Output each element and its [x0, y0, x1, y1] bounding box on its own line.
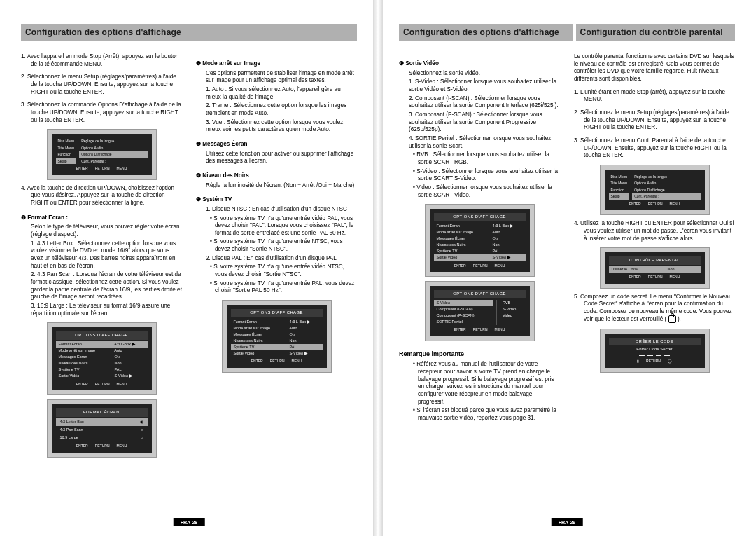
note-2: • Si l'écran est bloqué parce que vous a…	[413, 407, 560, 422]
scart-rvb: • RVB : Sélectionner lorsque vous souhai…	[413, 151, 560, 166]
systv-title: ❺ Systém TV	[196, 196, 357, 204]
page-right: Configuration des options d'affichage Co…	[378, 0, 756, 536]
step-4: 4. Avec la touche de direction UP/DOWN, …	[21, 185, 182, 207]
output-2: 2. Composant (I-SCAN) : Sélectionner lor…	[409, 95, 560, 110]
osd-options-3: OPTIONS D'AFFICHAGE Format Écran: 4:3 L-…	[426, 205, 534, 276]
format-item-2: 2. 4:3 Pan Scan : Lorsque l'écran de vot…	[31, 271, 182, 301]
osd-setup-menu: Disc Menu Title Menu Function Setup Régl…	[48, 130, 156, 179]
osd-row: Messages Écran: Oui	[434, 235, 526, 242]
osd-row: RVB	[500, 300, 526, 306]
osd-options-1: OPTIONS D'AFFICHAGE Format Écran: 4:3 L-…	[48, 323, 156, 394]
systv-1a: • Si votre système TV n'a qu'une entrée …	[210, 215, 357, 238]
osd-menu: MENU	[117, 166, 127, 171]
osd-scart: OPTIONS D'AFFICHAGE S-VideoComposant (I-…	[426, 282, 534, 341]
osd-row: Niveau des Noirs: Non	[56, 360, 148, 366]
osd-radio-row: 4:3 Pan Scan○	[56, 426, 148, 434]
systv-1: 1. Disque NTSC : En cas d'utilisation d'…	[206, 206, 357, 214]
parental-step-5: 5. Composez un code secret. Le menu "Con…	[574, 294, 735, 324]
parental-step-4: 4. Utilisez la touche RIGHT ou ENTER pou…	[574, 220, 735, 242]
lock-icon	[668, 315, 676, 323]
mode-arret-2: 2. Trame : Sélectionnez cette option lor…	[206, 102, 357, 117]
osd-row: Format Écran: 4:3 L-Box ▶	[434, 223, 526, 229]
osd-row: Niveau des Noirs: Non	[231, 338, 323, 344]
osd-options-2: OPTIONS D'AFFICHAGE Format Écran: 4:3 L-…	[223, 301, 331, 372]
nav-disc: Disc Menu	[56, 138, 77, 144]
osd-row: Système TV: PAL	[56, 366, 148, 373]
osd-format-ecran: FORMAT ÉCRAN 4:3 Letter Box◉4:3 Pan Scan…	[48, 400, 156, 456]
output-1: 1. S-Video : Sélectionner lorsque vous s…	[409, 78, 560, 93]
setup-display: Options D'affichage	[79, 151, 147, 158]
right-col-1: ❻ Sortie Vidéo Sélectionnez la sortie vi…	[399, 53, 560, 424]
systv-2: 2. Disque PAL : En cas d'utilisation d'u…	[206, 255, 357, 263]
note-heading: Remarque importante	[399, 350, 560, 359]
osd-row: S-Video	[500, 306, 526, 312]
setup-lang: Réglage de la langue	[79, 138, 147, 144]
scart-video: • Video : Sélectionner lorsque vous souh…	[413, 184, 560, 199]
osd-row: Composant (I-SCAN)	[434, 306, 493, 312]
osd-row: Niveau des Noirs: Non	[434, 242, 526, 248]
osd-header-format: FORMAT ÉCRAN	[56, 408, 148, 417]
osd-row: Format Écran: 4:3 L-Box ▶	[231, 319, 323, 325]
manual-spread: Configuration des options d'affichage 1.…	[0, 0, 756, 536]
systv-2b: • Si votre système TV n'a qu'une entrée …	[210, 280, 357, 295]
step-3: 3. Sélectionnez la commande Options D'af…	[21, 102, 182, 124]
parental-row: Utiliser le Code : Non	[609, 266, 701, 273]
osd-header: OPTIONS D'AFFICHAGE	[56, 331, 148, 340]
left-col-1: 1. Avec l'appareil en mode Stop (Arrêt),…	[21, 53, 182, 462]
right-col-2: Le contrôle parental fonctionne avec cer…	[574, 53, 735, 424]
osd-radio-row: 4:3 Letter Box◉	[56, 418, 148, 426]
osd-row: Système TV: PAL	[231, 344, 323, 350]
messages-title: ❸ Messages Écran	[196, 141, 357, 149]
systv-2a: • Si votre système TV n'a qu'une entrée …	[210, 263, 357, 278]
osd-row: Messages Écran: Oui	[231, 331, 323, 338]
output-3: 3. Composant (P-SCAN) : Sélectionner lor…	[409, 111, 560, 134]
osd-setup-menu-2: Disc Menu Title Menu Function Setup Régl…	[601, 165, 709, 215]
nav-function: Function	[56, 151, 77, 158]
osd-radio-row: 16:9 Large○	[56, 434, 148, 441]
output-title: ❻ Sortie Vidéo	[399, 60, 560, 68]
step-2: 2. Sélectionnez le menu Setup (réglages/…	[21, 74, 182, 96]
osd-row: Système TV: PAL	[434, 248, 526, 254]
output-4: 4. SORTIE Peritel : Sélectionner lorsque…	[409, 135, 560, 150]
osd-row: Sortie Vidéo: S-Video ▶	[56, 373, 148, 379]
mode-arret-title: ❷ Mode arrêt sur Image	[196, 60, 357, 68]
nav-title: Title Menu	[56, 145, 77, 151]
noirs-body: Règle la luminosité de l'écran. (Non = A…	[206, 182, 357, 190]
osd-row: Mode arrêt sur Image: Auto	[434, 229, 526, 235]
messages-body: Utilisez cette fonction pour activer ou …	[206, 151, 357, 165]
osd-row: Messages Écran: Oui	[56, 354, 148, 360]
format-item-3: 3. 16:9 Large : Le téléviseur au format …	[31, 303, 182, 317]
page-number-right: FRA-29	[552, 518, 583, 526]
parental-intro: Le contrôle parental fonctionne avec cer…	[574, 53, 735, 83]
noirs-title: ❹ Niveau des Noirs	[196, 172, 357, 180]
osd-row: S-Video	[434, 300, 493, 306]
osd-row: Format Écran: 4:3 L-Box ▶	[56, 341, 148, 348]
systv-1b: • Si votre système TV n'a qu'une entrée …	[210, 238, 357, 253]
osd-code: CRÉER LE CODE Entrer Code Secret ▮RETURN…	[601, 329, 709, 372]
format-ecran-title: ❶ Format Écran :	[21, 214, 182, 222]
osd-parental: CONTRÔLE PARENTAL Utiliser le Code : Non…	[601, 248, 709, 287]
mode-arret-1: 1. Auto : Si vous sélectionnez Auto, l'a…	[206, 86, 357, 101]
osd-return: RETURN	[95, 166, 110, 171]
format-ecran-intro: Selon le type de téléviseur, vous pouvez…	[31, 224, 182, 238]
page-number-left: FRA-28	[174, 518, 205, 526]
output-intro: Sélectionnez la sortie vidéo.	[409, 70, 560, 78]
osd-row: Mode arrêt sur Image: Auto	[231, 325, 323, 331]
osd-row: Composant (P-SCAN)	[434, 312, 493, 319]
section-header-right-a: Configuration des options d'affichage	[399, 24, 573, 41]
osd-enter: ENTER	[76, 166, 88, 171]
section-header-right-b: Configuration du contrôle parental	[576, 24, 735, 41]
scart-svideo: • S-Video : Sélectionner lorsque vous so…	[413, 168, 560, 183]
code-label: Entrer Code Secret	[609, 347, 701, 352]
osd-row: SORTIE Peritel	[434, 319, 493, 325]
page-left: Configuration des options d'affichage 1.…	[0, 0, 378, 536]
note-1: • Référez-vous au manuel de l'utilisateu…	[413, 361, 560, 406]
osd-row: Sortie Vidéo: S-Video ▶	[434, 254, 526, 261]
nav-setup: Setup	[56, 158, 77, 165]
format-item-1: 1. 4:3 Letter Box : Sélectionnez cette o…	[31, 240, 182, 270]
parental-step-1: 1. L'unité étant en mode Stop (arrêt), a…	[574, 89, 735, 104]
osd-row: Sortie Vidéo: S-Video ▶	[231, 350, 323, 357]
parental-step-2: 2. Sélectionnez le menu Setup (réglages/…	[574, 109, 735, 132]
mode-arret-intro: Ces options permettent de stabiliser l'i…	[206, 70, 357, 85]
mode-arret-3: 3. Vue : Sélectionnez cette option lorsq…	[206, 119, 357, 134]
